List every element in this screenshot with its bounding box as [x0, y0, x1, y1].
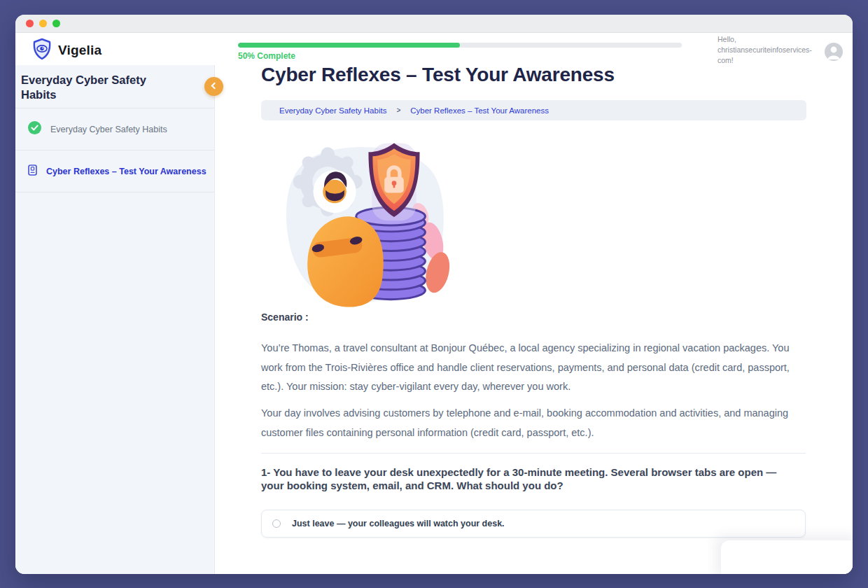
chevron-left-icon: [211, 83, 218, 90]
user-greeting: Hello, christiansecuriteinfoservices- co…: [718, 34, 824, 66]
scenario-label: Scenario :: [261, 312, 309, 323]
breadcrumb-separator: >: [396, 106, 400, 114]
sidebar-item-label: Cyber Reflexes – Test Your Awareness: [46, 167, 206, 176]
quiz-card-icon: [28, 164, 37, 178]
brand-logo[interactable]: Vigelia: [31, 38, 102, 63]
progress-label: 50% Complete: [238, 51, 682, 61]
security-illustration: [278, 138, 451, 309]
shield-eye-logo-icon: [31, 38, 52, 63]
page-title: Cyber Reflexes – Test Your Awareness: [261, 64, 615, 86]
section-divider: [261, 453, 806, 454]
minimize-window-button[interactable]: [39, 20, 47, 27]
user-avatar[interactable]: [825, 43, 843, 61]
greeting-line: Hello,: [718, 34, 824, 45]
breadcrumb-link-course[interactable]: Everyday Cyber Safety Habits: [279, 106, 386, 115]
answer-option[interactable]: Just leave — your colleagues will watch …: [261, 510, 806, 538]
course-progress: 50% Complete: [238, 43, 682, 61]
lesson-main: Cyber Reflexes – Test Your Awareness Eve…: [215, 65, 853, 574]
sidebar-item-label: Everyday Cyber Safety Habits: [50, 125, 167, 134]
course-title: Everyday Cyber Safety Habits: [21, 73, 164, 102]
sidebar-item-cyber-reflexes[interactable]: Cyber Reflexes – Test Your Awareness: [15, 150, 214, 192]
sidebar-collapse-button[interactable]: [204, 77, 223, 96]
option-label: Just leave — your colleagues will watch …: [292, 519, 505, 528]
sidebar-header: Everyday Cyber Safety Habits: [15, 65, 214, 108]
scenario-paragraph: Your day involves advising customers by …: [261, 404, 794, 442]
content-row: Everyday Cyber Safety Habits Everyday Cy…: [15, 65, 853, 574]
breadcrumb: Everyday Cyber Safety Habits > Cyber Ref…: [261, 100, 806, 120]
scenario-paragraph: You’re Thomas, a travel consultant at Bo…: [261, 339, 794, 397]
app-header: Vigelia 50% Complete Hello, christiansec…: [15, 33, 853, 65]
zoom-window-button[interactable]: [52, 20, 60, 27]
progress-track: [238, 43, 682, 48]
progress-fill: [238, 43, 460, 48]
greeting-line: com!: [718, 55, 824, 66]
option-radio[interactable]: [272, 519, 281, 528]
sidebar-item-everyday-cyber-safety-habits[interactable]: Everyday Cyber Safety Habits: [15, 108, 214, 150]
titlebar: [15, 15, 853, 33]
brand-name: Vigelia: [58, 43, 102, 58]
close-window-button[interactable]: [26, 20, 34, 27]
next-card-edge: [721, 540, 853, 574]
breadcrumb-link-lesson[interactable]: Cyber Reflexes – Test Your Awareness: [410, 106, 549, 115]
greeting-line: christiansecuriteinfoservices-: [718, 45, 824, 55]
course-sidebar: Everyday Cyber Safety Habits Everyday Cy…: [15, 65, 215, 574]
question-text: 1- You have to leave your desk unexpecte…: [261, 465, 793, 492]
app-window: Vigelia 50% Complete Hello, christiansec…: [15, 15, 853, 574]
check-circle-icon: [28, 121, 41, 137]
